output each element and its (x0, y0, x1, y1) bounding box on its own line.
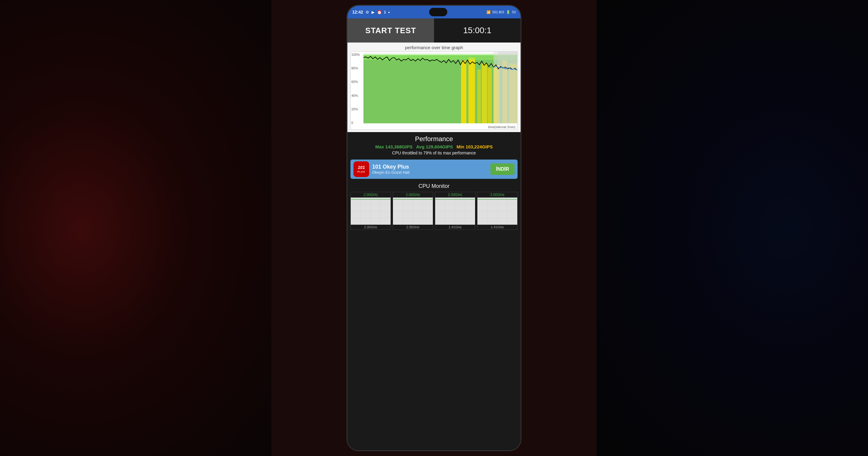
cpu-core-1-freq-bottom: 2.00GHz (351, 225, 391, 230)
cpu-core-1-svg (351, 197, 391, 225)
performance-section: Performance Max 143,368GIPS Avg 129,604G… (347, 132, 521, 157)
cpu-core-3-freq: 2.00GHz (435, 192, 475, 197)
cpu-cores-grid: 2.00GHz (350, 192, 518, 230)
ad-app-name: 101 Okey Plus (372, 164, 487, 170)
perf-throttle: CPU throttled to 79% of its max performa… (352, 151, 516, 155)
cpu-core-1-graph (351, 197, 391, 225)
graph-section: performance over time graph 100% 80% 60%… (347, 42, 521, 132)
y-label-20: 20% (351, 108, 363, 111)
alarm-icon: ⏰ (377, 10, 382, 14)
performance-title: Performance (352, 135, 516, 143)
cpu-core-4-freq-bottom: 1.41GHz (477, 225, 517, 230)
ad-icon-text: PLUS (358, 171, 365, 173)
ad-subtitle: Okeyin En Güzel Hali (372, 170, 487, 175)
perf-avg: Avg 129,604GIPS (416, 144, 453, 149)
graph-time-label: time(interval 2min) (488, 125, 516, 129)
status-bar: 12:42 ⚙ ▶ ⏰ ℹ ● 📶 551 B/S 🔋 53 (347, 6, 521, 19)
cpu-core-2-graph (393, 197, 433, 225)
cpu-core-4-svg (477, 197, 517, 225)
cpu-core-4: 2.00GHz 1.41GHz (477, 192, 518, 230)
svg-rect-9 (482, 64, 487, 123)
y-label-0: 0 (351, 121, 363, 125)
cpu-core-3-freq-bottom: 1.41GHz (435, 225, 475, 230)
cpu-monitor-section: CPU Monitor 2.00GHz (347, 181, 521, 232)
performance-graph-svg (364, 52, 517, 123)
battery-level: 53 (512, 10, 516, 14)
svg-rect-10 (488, 68, 492, 123)
cpu-core-2: 2.00GHz 2.00GHz (393, 192, 433, 230)
dot-icon: ● (388, 10, 390, 14)
graph-canvas-area (364, 52, 517, 123)
phone-device: 12:42 ⚙ ▶ ⏰ ℹ ● 📶 551 B/S 🔋 53 START TES… (346, 5, 522, 451)
ad-download-button[interactable]: İNDİR (490, 163, 515, 175)
timer-display: 15:00:1 (434, 19, 521, 42)
performance-stats: Max 143,368GIPS Avg 129,604GIPS Min 103,… (352, 144, 516, 149)
signal-speed: 551 B/S (493, 10, 504, 14)
svg-rect-8 (477, 70, 481, 124)
status-right: 📶 551 B/S 🔋 53 (487, 10, 516, 14)
graph-title: performance over time graph (350, 45, 518, 50)
cpu-core-1-freq: 2.00GHz (351, 192, 391, 197)
svg-rect-7 (468, 58, 475, 123)
svg-rect-16 (498, 52, 517, 123)
perf-max: Max 143,368GIPS (375, 144, 412, 149)
perf-min: Min 103,224GIPS (457, 144, 493, 149)
y-label-80: 80% (351, 66, 363, 70)
start-test-button[interactable]: START TEST (347, 19, 434, 42)
cpu-core-3-graph (435, 197, 475, 225)
status-left: 12:42 ⚙ ▶ ⏰ ℹ ● (352, 10, 390, 14)
graph-y-labels: 100% 80% 60% 40% 20% 0 (351, 52, 364, 129)
graph-container: 100% 80% 60% 40% 20% 0 (350, 51, 518, 130)
cpu-core-3: 2.00GHz 1.41GHz (435, 192, 475, 230)
ad-banner[interactable]: 101 PLUS 101 Okey Plus Okeyin En Güzel H… (350, 159, 518, 179)
top-bar: START TEST 15:00:1 (347, 19, 521, 42)
ad-icon: 101 PLUS (353, 161, 369, 177)
cpu-core-2-freq: 2.00GHz (393, 192, 433, 197)
settings-icon: ⚙ (366, 10, 369, 14)
cpu-core-2-freq-bottom: 2.00GHz (393, 225, 433, 230)
cpu-monitor-title: CPU Monitor (350, 183, 518, 189)
cpu-core-4-freq: 2.00GHz (477, 192, 517, 197)
status-time: 12:42 (352, 10, 363, 14)
cpu-core-1: 2.00GHz (350, 192, 391, 230)
y-label-40: 40% (351, 94, 363, 97)
y-label-100: 100% (351, 53, 363, 56)
y-label-60: 60% (351, 80, 363, 84)
ad-text-container: 101 Okey Plus Okeyin En Güzel Hali (372, 164, 487, 175)
media-icon: ▶ (372, 10, 375, 14)
app-content: START TEST 15:00:1 performance over time… (347, 19, 521, 450)
battery-icon: 🔋 (506, 10, 510, 14)
cpu-core-4-graph (477, 197, 517, 225)
svg-rect-6 (461, 61, 467, 123)
cpu-core-3-svg (435, 197, 475, 225)
phone-notch (429, 8, 447, 16)
info-icon: ℹ (384, 10, 386, 14)
cpu-core-2-svg (393, 197, 433, 225)
wifi-icon: 📶 (487, 10, 491, 14)
